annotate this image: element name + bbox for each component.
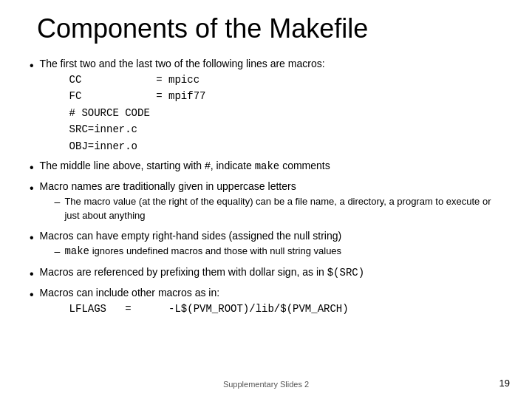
page-number: 19 <box>499 378 510 389</box>
bullet-dot-6: • <box>30 286 34 304</box>
bullet-text-4: Macros can have empty right-hand sides (… <box>40 228 502 262</box>
bullet-dot-4: • <box>30 229 34 247</box>
bullet-2-text-after: comments <box>279 160 330 171</box>
bullet-1-text: The first two and the last two of the fo… <box>40 58 325 69</box>
bullet-dot-1: • <box>30 57 34 75</box>
code-block-6: LFLAGS = -L$(PVM_ROOT)/lib/$(PVM_ARCH) <box>69 301 502 317</box>
bullet-2-inline-code: make <box>255 160 280 172</box>
sub-bullet-dash-3-1: – <box>55 194 61 210</box>
bullet-dot-5: • <box>30 265 34 283</box>
bullet-text-1: The first two and the last two of the fo… <box>40 56 502 156</box>
slide-footer: Supplementary Slides 2 <box>0 380 532 389</box>
bullet-5-text-before: Macros are referenced by prefixing them … <box>40 266 327 278</box>
bullet-dot-3: • <box>30 180 34 197</box>
bullet-5: • Macros are referenced by prefixing the… <box>30 265 502 283</box>
bullet-text-6: Macros can include other macros as in: L… <box>40 285 502 318</box>
sub-bullet-text-4-1: make ignores undefined macros and those … <box>64 244 502 259</box>
sub-bullet-4-1: – make ignores undefined macros and thos… <box>55 244 502 259</box>
sub-bullet-text-3-1: The macro value (at the right of the equ… <box>64 194 502 223</box>
bullet-3: • Macro names are traditionally given in… <box>30 179 502 226</box>
code-block-1: CC = mpicc FC = mpif77 # SOURCE CODE SRC… <box>69 72 502 154</box>
sub-bullet-dash-4-1: – <box>55 244 61 259</box>
bullet-dot-2: • <box>30 159 34 177</box>
bullet-6: • Macros can include other macros as in:… <box>30 285 502 318</box>
bullet-6-text: Macros can include other macros as in: <box>40 287 220 299</box>
bullet-4-text: Macros can have empty right-hand sides (… <box>40 230 342 242</box>
slide-content: • The first two and the last two of the … <box>30 56 502 318</box>
bullet-5-inline-code: $(SRC) <box>327 267 364 279</box>
bullet-2: • The middle line above, starting with #… <box>30 158 502 177</box>
slide-title: Components of the Makefile <box>37 13 502 44</box>
bullet-text-3: Macro names are traditionally given in u… <box>40 179 502 226</box>
make-inline-code-2: make <box>64 245 89 257</box>
bullet-text-5: Macros are referenced by prefixing them … <box>40 265 502 281</box>
sub-bullet-3-1: – The macro value (at the right of the e… <box>55 194 502 223</box>
footer-text: Supplementary Slides 2 <box>223 380 309 389</box>
bullet-2-text-before: The middle line above, starting with #, … <box>40 160 255 171</box>
bullet-3-text: Macro names are traditionally given in u… <box>40 180 296 192</box>
bullet-1: • The first two and the last two of the … <box>30 56 502 156</box>
slide: Components of the Makefile • The first t… <box>0 0 532 399</box>
bullet-text-2: The middle line above, starting with #, … <box>40 158 502 174</box>
bullet-4: • Macros can have empty right-hand sides… <box>30 228 502 262</box>
